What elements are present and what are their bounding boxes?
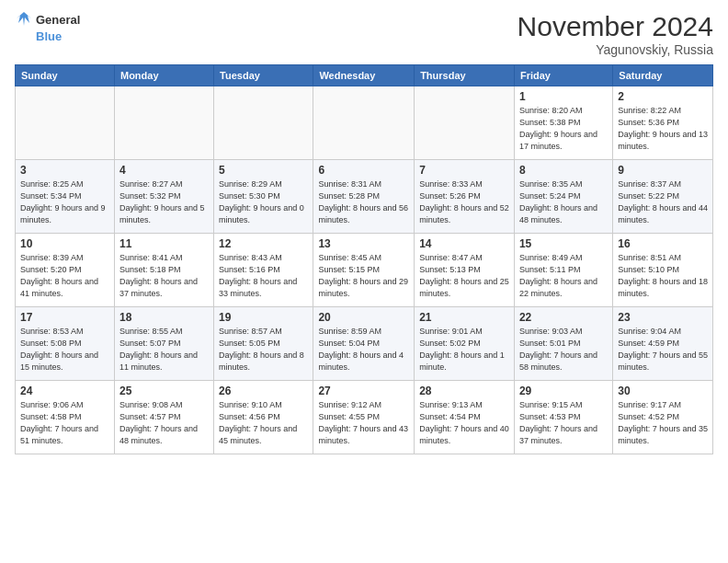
day-number: 15: [519, 237, 608, 250]
day-number: 19: [219, 311, 308, 324]
day-info: Sunrise: 8:27 AM Sunset: 5:32 PM Dayligh…: [119, 178, 209, 226]
col-sunday: Sunday: [16, 65, 115, 86]
col-thursday: Thursday: [415, 65, 515, 86]
location: Yagunovskiy, Russia: [518, 42, 713, 57]
col-monday: Monday: [114, 65, 213, 86]
calendar-cell: 1Sunrise: 8:20 AM Sunset: 5:38 PM Daylig…: [514, 86, 612, 160]
day-number: 17: [20, 311, 109, 324]
calendar-cell: 10Sunrise: 8:39 AM Sunset: 5:20 PM Dayli…: [16, 234, 115, 307]
day-number: 7: [419, 164, 509, 177]
day-info: Sunrise: 8:33 AM Sunset: 5:26 PM Dayligh…: [419, 178, 509, 226]
calendar-cell: [16, 86, 115, 160]
day-info: Sunrise: 8:25 AM Sunset: 5:34 PM Dayligh…: [20, 178, 109, 226]
week-row-5: 24Sunrise: 9:06 AM Sunset: 4:58 PM Dayli…: [16, 381, 713, 454]
calendar-cell: 13Sunrise: 8:45 AM Sunset: 5:15 PM Dayli…: [313, 234, 415, 307]
calendar-cell: 11Sunrise: 8:41 AM Sunset: 5:18 PM Dayli…: [114, 234, 213, 307]
day-info: Sunrise: 9:13 AM Sunset: 4:54 PM Dayligh…: [419, 399, 509, 447]
week-row-4: 17Sunrise: 8:53 AM Sunset: 5:08 PM Dayli…: [16, 307, 713, 381]
day-number: 27: [318, 385, 409, 397]
day-info: Sunrise: 9:10 AM Sunset: 4:56 PM Dayligh…: [219, 399, 308, 447]
calendar-cell: 17Sunrise: 8:53 AM Sunset: 5:08 PM Dayli…: [16, 307, 115, 381]
calendar-cell: 2Sunrise: 8:22 AM Sunset: 5:36 PM Daylig…: [613, 86, 713, 160]
day-number: 16: [618, 237, 708, 250]
calendar-cell: 24Sunrise: 9:06 AM Sunset: 4:58 PM Dayli…: [16, 381, 115, 454]
calendar-header-row: Sunday Monday Tuesday Wednesday Thursday…: [16, 65, 713, 86]
calendar-cell: [214, 86, 313, 160]
day-number: 14: [419, 237, 509, 250]
day-info: Sunrise: 9:03 AM Sunset: 5:01 PM Dayligh…: [519, 326, 608, 373]
day-info: Sunrise: 8:37 AM Sunset: 5:22 PM Dayligh…: [618, 178, 708, 226]
calendar-cell: 23Sunrise: 9:04 AM Sunset: 4:59 PM Dayli…: [613, 307, 713, 381]
day-info: Sunrise: 8:20 AM Sunset: 5:38 PM Dayligh…: [519, 105, 608, 153]
calendar-cell: 9Sunrise: 8:37 AM Sunset: 5:22 PM Daylig…: [613, 160, 713, 234]
day-number: 8: [519, 164, 608, 177]
day-number: 20: [318, 311, 409, 324]
day-info: Sunrise: 8:22 AM Sunset: 5:36 PM Dayligh…: [618, 105, 708, 153]
calendar-cell: 12Sunrise: 8:43 AM Sunset: 5:16 PM Dayli…: [214, 234, 313, 307]
day-info: Sunrise: 9:08 AM Sunset: 4:57 PM Dayligh…: [119, 399, 209, 447]
day-number: 5: [219, 164, 308, 177]
calendar-cell: 16Sunrise: 8:51 AM Sunset: 5:10 PM Dayli…: [613, 234, 713, 307]
calendar-cell: 7Sunrise: 8:33 AM Sunset: 5:26 PM Daylig…: [415, 160, 515, 234]
col-wednesday: Wednesday: [313, 65, 415, 86]
day-info: Sunrise: 8:43 AM Sunset: 5:16 PM Dayligh…: [219, 252, 308, 300]
day-info: Sunrise: 8:53 AM Sunset: 5:08 PM Dayligh…: [20, 326, 109, 373]
day-info: Sunrise: 8:29 AM Sunset: 5:30 PM Dayligh…: [219, 178, 308, 226]
calendar-cell: 4Sunrise: 8:27 AM Sunset: 5:32 PM Daylig…: [114, 160, 213, 234]
title-block: November 2024 Yagunovskiy, Russia: [518, 11, 713, 57]
col-friday: Friday: [514, 65, 612, 86]
day-number: 23: [618, 311, 708, 324]
day-info: Sunrise: 8:49 AM Sunset: 5:11 PM Dayligh…: [519, 252, 608, 300]
day-info: Sunrise: 8:45 AM Sunset: 5:15 PM Dayligh…: [318, 252, 409, 300]
page: GeneralBlue November 2024 Yagunovskiy, R…: [0, 0, 728, 563]
calendar-cell: 3Sunrise: 8:25 AM Sunset: 5:34 PM Daylig…: [16, 160, 115, 234]
header: GeneralBlue November 2024 Yagunovskiy, R…: [15, 11, 713, 57]
day-info: Sunrise: 8:55 AM Sunset: 5:07 PM Dayligh…: [119, 326, 209, 373]
calendar-cell: 21Sunrise: 9:01 AM Sunset: 5:02 PM Dayli…: [415, 307, 515, 381]
day-number: 21: [419, 311, 509, 324]
calendar-cell: [313, 86, 415, 160]
day-info: Sunrise: 8:57 AM Sunset: 5:05 PM Dayligh…: [219, 326, 308, 373]
week-row-3: 10Sunrise: 8:39 AM Sunset: 5:20 PM Dayli…: [16, 234, 713, 307]
day-number: 22: [519, 311, 608, 324]
calendar-cell: 14Sunrise: 8:47 AM Sunset: 5:13 PM Dayli…: [415, 234, 515, 307]
day-number: 3: [20, 164, 109, 177]
calendar-cell: 26Sunrise: 9:10 AM Sunset: 4:56 PM Dayli…: [214, 381, 313, 454]
day-info: Sunrise: 9:04 AM Sunset: 4:59 PM Dayligh…: [618, 326, 708, 373]
day-info: Sunrise: 8:47 AM Sunset: 5:13 PM Dayligh…: [419, 252, 509, 300]
day-number: 10: [20, 237, 109, 250]
week-row-2: 3Sunrise: 8:25 AM Sunset: 5:34 PM Daylig…: [16, 160, 713, 234]
day-number: 9: [618, 164, 708, 177]
day-number: 2: [618, 90, 708, 103]
day-number: 12: [219, 237, 308, 250]
day-number: 26: [219, 385, 308, 397]
calendar-cell: 5Sunrise: 8:29 AM Sunset: 5:30 PM Daylig…: [214, 160, 313, 234]
col-tuesday: Tuesday: [214, 65, 313, 86]
calendar-cell: 28Sunrise: 9:13 AM Sunset: 4:54 PM Dayli…: [415, 381, 515, 454]
svg-marker-0: [17, 12, 31, 26]
day-info: Sunrise: 8:51 AM Sunset: 5:10 PM Dayligh…: [618, 252, 708, 300]
calendar-cell: 19Sunrise: 8:57 AM Sunset: 5:05 PM Dayli…: [214, 307, 313, 381]
day-number: 1: [519, 90, 608, 103]
calendar-cell: 22Sunrise: 9:03 AM Sunset: 5:01 PM Dayli…: [514, 307, 612, 381]
day-number: 18: [119, 311, 209, 324]
day-info: Sunrise: 9:01 AM Sunset: 5:02 PM Dayligh…: [419, 326, 509, 373]
calendar-cell: 8Sunrise: 8:35 AM Sunset: 5:24 PM Daylig…: [514, 160, 612, 234]
calendar-cell: 15Sunrise: 8:49 AM Sunset: 5:11 PM Dayli…: [514, 234, 612, 307]
calendar-cell: [415, 86, 515, 160]
calendar-cell: 30Sunrise: 9:17 AM Sunset: 4:52 PM Dayli…: [613, 381, 713, 454]
calendar-cell: 29Sunrise: 9:15 AM Sunset: 4:53 PM Dayli…: [514, 381, 612, 454]
calendar-cell: [114, 86, 213, 160]
day-info: Sunrise: 9:12 AM Sunset: 4:55 PM Dayligh…: [318, 399, 409, 447]
day-number: 4: [119, 164, 209, 177]
col-saturday: Saturday: [613, 65, 713, 86]
day-number: 11: [119, 237, 209, 250]
day-info: Sunrise: 9:06 AM Sunset: 4:58 PM Dayligh…: [20, 399, 109, 447]
logo-bird-icon: [15, 11, 33, 29]
day-info: Sunrise: 8:31 AM Sunset: 5:28 PM Dayligh…: [318, 178, 409, 226]
calendar-cell: 18Sunrise: 8:55 AM Sunset: 5:07 PM Dayli…: [114, 307, 213, 381]
week-row-1: 1Sunrise: 8:20 AM Sunset: 5:38 PM Daylig…: [16, 86, 713, 160]
day-number: 6: [318, 164, 409, 177]
day-number: 24: [20, 385, 109, 397]
day-info: Sunrise: 8:41 AM Sunset: 5:18 PM Dayligh…: [119, 252, 209, 300]
